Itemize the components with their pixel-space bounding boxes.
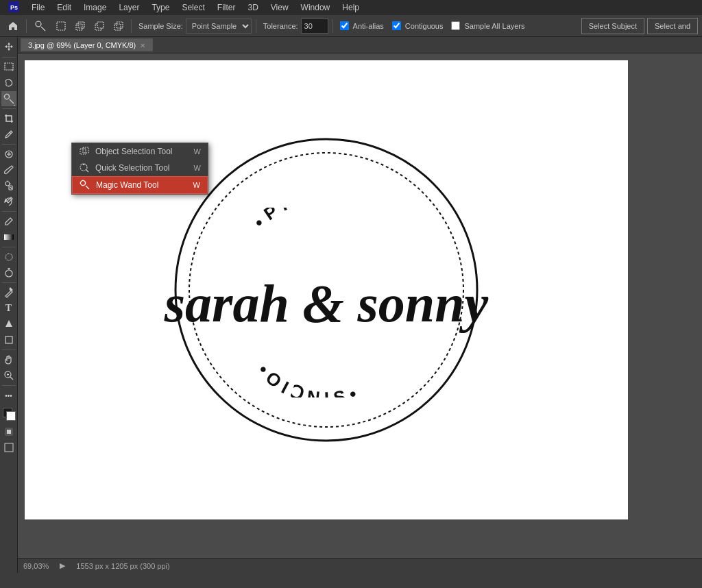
menu-edit[interactable]: Edit [51,1,77,14]
menu-image[interactable]: Image [78,1,112,14]
menu-select[interactable]: Select [176,1,210,14]
extra-tools[interactable]: ••• [1,388,16,403]
menu-help[interactable]: Help [337,1,365,14]
svg-line-2 [41,27,45,31]
tool-sep-6 [2,282,16,283]
menu-3d[interactable]: 3D [242,1,263,14]
flyout-object-label: Object Selection Tool [95,147,173,156]
svg-rect-12 [97,22,104,28]
contiguous-checkbox[interactable] [392,21,401,30]
svg-point-3 [36,21,41,27]
svg-rect-8 [57,22,65,30]
menu-filter[interactable]: Filter [212,1,241,14]
tab-bar: 3.jpg @ 69% (Layer 0, CMYK/8) ✕ [18,37,702,53]
tolerance-label: Tolerance: [263,22,298,30]
text-tool[interactable]: T [1,301,16,316]
screen-mode-button[interactable] [2,441,16,454]
new-selection-button[interactable] [53,18,69,34]
screen-mode-buttons [2,441,16,454]
flyout-quick-shortcut: W [194,164,201,172]
flyout-quick-selection[interactable]: Quick Selection Tool W [72,160,208,176]
clone-stamp-tool[interactable] [1,178,16,193]
color-selector[interactable] [1,406,16,421]
menu-bar: Ps File Edit Image Layer Type Select Fil… [0,0,702,15]
lasso-tool[interactable] [1,75,16,90]
flyout-quick-label: Quick Selection Tool [95,163,170,173]
sample-all-layers-label[interactable]: Sample All Layers [451,21,524,30]
tool-sep-8 [2,385,16,386]
svg-rect-31 [4,234,14,240]
menu-type[interactable]: Type [146,1,175,14]
move-tool[interactable] [1,40,16,55]
gradient-tool[interactable] [1,230,16,245]
svg-text:Ps: Ps [10,4,18,11]
select-and-button[interactable]: Select and [647,18,698,34]
sample-size-select[interactable]: Point Sample [186,19,252,34]
marquee-tool[interactable]: ▾ [1,60,16,75]
shape-tool[interactable] [1,332,16,347]
path-select-tool[interactable] [1,317,16,332]
background-color[interactable] [6,411,16,421]
heal-tool[interactable] [1,147,16,162]
brush-tool[interactable] [1,162,16,177]
magic-wand-tool[interactable]: ▾ [1,91,16,106]
tool-sep-1 [2,57,16,58]
tool-icon-button[interactable] [31,18,50,34]
contiguous-label[interactable]: Contiguous [392,21,444,30]
svg-line-38 [10,377,13,380]
tab-close-button[interactable]: ✕ [140,42,145,49]
toolbox: ▾ ▾ [0,37,18,573]
intersect-selection-button[interactable] [110,18,127,34]
menu-layer[interactable]: Layer [113,1,145,14]
subtract-selection-button[interactable] [91,18,108,34]
document-tab[interactable]: 3.jpg @ 69% (Layer 0, CMYK/8) ✕ [21,38,153,51]
options-toolbar: Sample Size: Point Sample Tolerance: Ant… [0,15,702,37]
blur-tool[interactable] [1,249,16,265]
sep1 [26,19,27,33]
dodge-tool[interactable] [1,265,16,280]
canvas: •PHOTO• sarah & sonny •OIƆNIS• [25,60,628,519]
eraser-tool[interactable] [1,214,16,229]
eyedropper-tool[interactable] [1,127,16,142]
flyout-magic-wand[interactable]: Magic Wand Tool W [72,176,208,194]
svg-rect-42 [7,430,11,434]
svg-rect-13 [114,24,121,30]
edit-in-quick-mask[interactable] [2,425,16,439]
nav-arrow[interactable]: ▶ [60,561,65,570]
home-button[interactable] [4,18,22,34]
hand-tool[interactable] [1,352,16,367]
anti-alias-label[interactable]: Anti-alias [340,21,384,30]
canvas-scroll[interactable]: •PHOTO• sarah & sonny •OIƆNIS• [18,53,702,558]
svg-point-33 [5,270,12,277]
svg-rect-10 [78,22,84,28]
main-text: sarah & sonny [165,277,489,330]
status-bar: 69,03% ▶ 1553 px x 1205 px (300 ppi) [18,558,702,573]
flyout-object-selection[interactable]: Object Selection Tool W [72,143,208,160]
svg-text:▾: ▾ [12,68,14,72]
sep3 [256,19,256,33]
sep2 [131,19,132,33]
add-selection-button[interactable] [72,18,88,34]
tool-sep-5 [2,247,16,247]
zoom-tool[interactable] [1,368,16,383]
tolerance-input[interactable] [301,19,328,34]
sep4 [332,19,333,33]
menu-view[interactable]: View [265,1,294,14]
svg-point-32 [5,254,12,260]
crop-tool[interactable] [1,111,16,126]
sample-all-layers-checkbox[interactable] [451,21,460,30]
svg-point-27 [5,182,10,186]
history-brush-tool[interactable] [1,194,16,209]
sample-size-label: Sample Size: [138,22,183,30]
svg-line-53 [86,186,89,189]
ps-logo[interactable]: Ps [3,0,25,16]
select-subject-button[interactable]: Select Subject [581,18,644,34]
svg-rect-14 [117,22,123,28]
pen-tool[interactable] [1,285,16,300]
menu-file[interactable]: File [26,1,50,14]
flyout-wand-label: Magic Wand Tool [96,180,158,190]
menu-window[interactable]: Window [295,1,336,14]
tool-sep-7 [2,350,16,350]
anti-alias-checkbox[interactable] [340,21,349,30]
svg-line-51 [86,170,89,173]
